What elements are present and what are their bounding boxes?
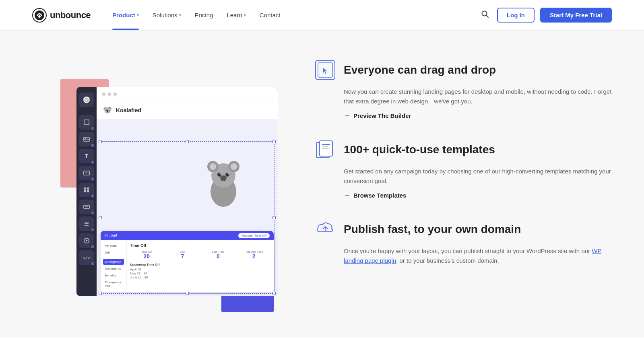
selection-handle-mr[interactable]	[272, 216, 276, 219]
builder-mockup: T	[56, 55, 282, 320]
arrow-icon: →	[344, 192, 350, 199]
dash-nav-job[interactable]: Job	[103, 249, 124, 256]
koala-illustration	[199, 155, 248, 208]
stat-personal-label: Personal Days	[237, 250, 270, 253]
svg-rect-15	[87, 190, 89, 192]
preview-builder-link[interactable]: → Preview The Builder	[314, 112, 411, 119]
form-icon	[83, 204, 90, 210]
selection-handle-tl[interactable]	[99, 140, 102, 143]
svg-rect-8	[84, 120, 89, 125]
stat-personal-val: 2	[237, 253, 270, 260]
dash-nav-emergency[interactable]: Emergency	[103, 259, 124, 265]
unbounce-logo-icon	[32, 8, 47, 23]
feature-templates-header: 100+ quick-to-use templates	[314, 138, 612, 161]
tool-photo[interactable]	[79, 166, 94, 180]
nav-learn[interactable]: Learn ▾	[221, 8, 251, 22]
upcoming-title: Upcoming Time Off	[130, 263, 270, 266]
text-t-icon: T	[85, 153, 89, 159]
feature-drag-drop: Everyone can drag and drop Now you can c…	[314, 59, 612, 119]
tool-sidebar: T	[76, 87, 97, 296]
svg-point-29	[225, 173, 229, 177]
browse-templates-link[interactable]: → Browse Templates	[314, 192, 406, 199]
upcoming-item-2: May 23 - 24	[130, 272, 270, 275]
tool-image[interactable]	[79, 132, 94, 146]
feature-drag-drop-title: Everyone can drag and drop	[344, 63, 496, 77]
dashboard-body: Personal Job Emergency Documents Benefit…	[101, 240, 274, 292]
feature-publish-desc: Once you're happy with your layout, you …	[314, 246, 612, 266]
dash-nav-personal[interactable]: Personal	[103, 243, 124, 249]
pages-icon	[314, 138, 336, 161]
dash-nav-benefits[interactable]: Benefits	[103, 272, 124, 278]
upcoming-item-3: June 16 - 20	[130, 276, 270, 279]
code-icon: </>	[83, 255, 91, 260]
tool-text[interactable]: T	[79, 149, 94, 163]
feature-drag-drop-header: Everyone can drag and drop	[314, 59, 612, 81]
stat-vacation-label: Vacation	[130, 250, 163, 253]
svg-rect-38	[322, 146, 328, 147]
svg-point-28	[217, 173, 221, 177]
stat-sick-val: 7	[166, 253, 199, 260]
tool-form[interactable]	[79, 200, 94, 214]
wp-plugin-link[interactable]: WP landing page plugin	[344, 247, 601, 264]
koala-logo: 🐨	[103, 106, 112, 115]
logo[interactable]: unbounce	[32, 8, 91, 23]
chevron-down-icon: ▾	[137, 13, 139, 17]
canvas-app-name: Koalafied	[116, 107, 141, 113]
dash-section-title: Time Off	[130, 243, 270, 248]
sidebar-logo-icon	[83, 96, 90, 103]
dash-nav-emergency-info[interactable]: Emergency Info	[103, 279, 124, 289]
selection-handle-bl[interactable]	[99, 292, 102, 295]
canvas-area: 🐨 Koalafied	[97, 87, 278, 296]
arrow-icon: →	[344, 112, 350, 119]
sidebar-logo-item[interactable]	[79, 93, 94, 107]
svg-point-25	[210, 163, 216, 170]
svg-point-31	[228, 173, 229, 175]
selection-handle-bm[interactable]	[186, 292, 189, 295]
video-icon	[83, 237, 90, 244]
nav-product[interactable]: Product ▾	[107, 8, 144, 22]
svg-point-32	[220, 175, 227, 180]
selection-handle-ml[interactable]	[99, 216, 102, 219]
dot1	[102, 93, 105, 96]
tool-list[interactable]	[79, 216, 94, 231]
navbar: unbounce Product ▾ Solutions ▾ Pricing L…	[0, 0, 644, 31]
section-icon	[83, 119, 90, 126]
svg-rect-13	[87, 188, 89, 190]
selection-handle-br[interactable]	[272, 292, 276, 295]
logo-text: unbounce	[50, 10, 91, 21]
publish-icon	[314, 218, 336, 241]
svg-point-30	[220, 173, 221, 175]
nav-right: Log In Start My Free Trial	[479, 8, 612, 23]
tool-video[interactable]	[79, 233, 94, 248]
trial-button[interactable]: Start My Free Trial	[540, 8, 612, 23]
svg-rect-37	[322, 144, 330, 145]
dash-stats-row: Vacation 20 Sick 7 Late Time	[130, 250, 270, 260]
nav-solutions[interactable]: Solutions ▾	[147, 8, 187, 22]
nav-links: Product ▾ Solutions ▾ Pricing Learn ▾ Co…	[107, 8, 479, 22]
stat-late-val: 0	[202, 253, 235, 260]
tool-section[interactable]	[79, 115, 94, 130]
svg-rect-14	[84, 190, 86, 192]
dashboard-card: Hi Jae! Request Time Off Personal Job Em…	[101, 231, 274, 292]
features-panel: Everyone can drag and drop Now you can c…	[314, 55, 612, 285]
stat-vacation-val: 20	[130, 253, 163, 260]
canvas-app-header: 🐨 Koalafied	[97, 101, 278, 119]
svg-line-4	[486, 15, 488, 17]
koala-image-area	[169, 119, 278, 208]
nav-contact[interactable]: Contact	[254, 8, 286, 22]
upcoming-item-1: April 19	[130, 268, 270, 271]
search-button[interactable]	[479, 8, 491, 23]
svg-point-27	[231, 163, 237, 170]
stat-late: Late Time 0	[202, 250, 235, 260]
tool-widget[interactable]	[79, 183, 94, 197]
nav-pricing[interactable]: Pricing	[189, 8, 219, 22]
dash-nav-documents[interactable]: Documents	[103, 266, 124, 272]
request-time-off-button[interactable]: Request Time Off	[238, 233, 270, 238]
dashboard-main: Time Off Vacation 20 Sick 7	[127, 240, 274, 292]
login-button[interactable]: Log In	[497, 8, 535, 23]
tool-code[interactable]: </>	[79, 250, 94, 265]
canvas-topbar	[97, 87, 278, 101]
list-icon	[83, 221, 90, 227]
canvas-inner: Hi Jae! Request Time Off Personal Job Em…	[97, 119, 278, 296]
stat-vacation: Vacation 20	[130, 250, 163, 260]
